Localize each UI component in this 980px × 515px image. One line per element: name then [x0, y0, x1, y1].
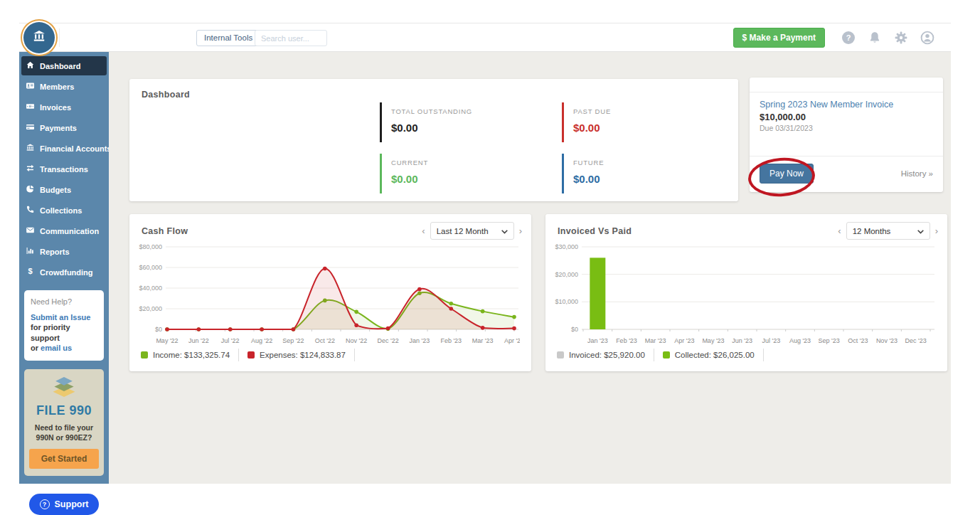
sidebar-item-financial-accounts[interactable]: Financial Accounts	[21, 139, 107, 158]
page-title: Dashboard	[129, 79, 738, 100]
history-link[interactable]: History »	[901, 169, 933, 178]
invoice-title-link[interactable]: Spring 2023 New Member Invoice	[760, 100, 933, 110]
legend-label: Expenses: $124,833.87	[260, 351, 346, 359]
stat-value: $0.00	[391, 173, 562, 185]
sidebar-item-crowdfunding[interactable]: $ Crowdfunding	[21, 262, 107, 282]
invoices-icon: $	[26, 102, 35, 112]
legend-item[interactable]: Collected: $26,025.00	[663, 349, 764, 361]
make-a-payment-button[interactable]: $ Make a Payment	[733, 28, 825, 48]
sidebar-item-label: Crowdfunding	[40, 268, 93, 277]
sidebar-item-invoices[interactable]: $ Invoices	[21, 97, 107, 117]
email-us-link[interactable]: email us	[41, 344, 72, 352]
invoice-card-footer: Pay Now History »	[750, 156, 943, 192]
sidebar-item-members[interactable]: Members	[21, 77, 107, 96]
prev-period-arrow[interactable]: ‹	[422, 226, 425, 235]
file-990-card: FILE 990 Need to file your 990N or 990EZ…	[24, 369, 104, 476]
cash-flow-range-select[interactable]: Last 12 Month	[430, 222, 514, 240]
sidebar-item-label: Financial Accounts	[40, 144, 111, 153]
svg-text:Mar '23: Mar '23	[472, 337, 494, 344]
profile-icon[interactable]	[920, 31, 934, 45]
sidebar-item-label: Reports	[40, 248, 70, 256]
support-button-label: Support	[55, 499, 89, 509]
stat-value: $0.00	[391, 122, 562, 134]
invoiced-vs-paid-legend: Invoiced: $25,920.00Collected: $26,025.0…	[545, 348, 947, 361]
svg-text:$60,000: $60,000	[139, 264, 162, 271]
svg-text:$80,000: $80,000	[139, 243, 162, 250]
invoiced-vs-paid-header: Invoiced Vs Paid ‹ 12 Months ›	[545, 214, 947, 240]
svg-text:$: $	[30, 105, 31, 108]
cash-flow-header: Cash Flow ‹ Last 12 Month ›	[129, 214, 531, 240]
legend-item[interactable]: Income: $133,325.74	[141, 349, 239, 361]
phone-icon	[26, 205, 35, 216]
sidebar-item-reports[interactable]: Reports	[21, 242, 107, 261]
sidebar-item-label: Transactions	[40, 165, 88, 174]
svg-text:$0: $0	[155, 326, 162, 333]
pay-now-button[interactable]: Pay Now	[760, 164, 814, 184]
reports-icon	[26, 246, 35, 257]
legend-item[interactable]: Expenses: $124,833.87	[247, 349, 355, 361]
settings-icon[interactable]	[894, 31, 908, 45]
search-user-input[interactable]	[255, 30, 327, 46]
sidebar-item-collections[interactable]: Collections	[21, 201, 107, 220]
svg-text:Aug '23: Aug '23	[789, 337, 811, 344]
svg-text:Jun '23: Jun '23	[732, 337, 752, 344]
sidebar-item-communication[interactable]: Communication	[21, 221, 107, 240]
home-icon	[26, 60, 35, 71]
app-logo[interactable]	[23, 22, 55, 53]
svg-text:$20,000: $20,000	[139, 305, 162, 312]
sidebar-item-budgets[interactable]: Budgets	[21, 180, 107, 199]
sidebar-item-label: Dashboard	[40, 62, 80, 70]
topbar-actions: $ Make a Payment ?	[733, 23, 934, 52]
file-990-title: FILE 990	[29, 403, 99, 418]
invoice-card-body: Spring 2023 New Member Invoice $10,000.0…	[750, 92, 943, 139]
svg-text:Oct '22: Oct '22	[315, 337, 335, 344]
sidebar: Dashboard Members $ Invoices Payments Fi…	[19, 52, 109, 484]
or-text: or	[31, 344, 41, 352]
legend-item[interactable]: Invoiced: $25,920.00	[557, 349, 654, 361]
svg-text:Sep '22: Sep '22	[282, 337, 304, 344]
stat-current: CURRENT $0.00	[380, 154, 562, 193]
stat-total-outstanding: TOTAL OUTSTANDING $0.00	[380, 102, 562, 142]
get-started-button[interactable]: Get Started	[29, 449, 99, 469]
support-button[interactable]: ? Support	[29, 494, 100, 515]
sidebar-item-label: Collections	[40, 206, 82, 215]
range-select-value: Last 12 Month	[437, 227, 489, 235]
dollar-icon: $	[26, 267, 35, 277]
priority-support-text: for priority support	[31, 322, 97, 343]
sidebar-item-payments[interactable]: Payments	[21, 118, 107, 137]
svg-text:Oct '23: Oct '23	[848, 337, 868, 344]
invoiced-range-select[interactable]: 12 Months	[846, 222, 930, 240]
stat-past-due: PAST DUE $0.00	[562, 102, 744, 142]
sidebar-item-label: Communication	[40, 227, 99, 235]
stat-future: FUTURE $0.00	[562, 154, 744, 193]
svg-text:Nov '23: Nov '23	[876, 337, 898, 344]
sidebar-item-transactions[interactable]: Transactions	[21, 159, 107, 179]
svg-text:Apr '23: Apr '23	[504, 337, 520, 344]
sidebar-item-label: Members	[40, 83, 74, 91]
svg-text:Feb '23: Feb '23	[440, 337, 462, 344]
legend-swatch	[247, 351, 255, 359]
svg-text:$30,000: $30,000	[555, 243, 578, 250]
svg-text:May '23: May '23	[702, 337, 724, 344]
svg-text:Jun '22: Jun '22	[188, 337, 209, 344]
submit-issue-link[interactable]: Submit an Issue	[31, 313, 90, 322]
need-help-card: Need Help? Submit an Issue for priority …	[24, 290, 104, 361]
sidebar-item-dashboard[interactable]: Dashboard	[21, 56, 107, 75]
svg-text:Dec '23: Dec '23	[905, 337, 927, 344]
svg-text:Jan '23: Jan '23	[410, 337, 430, 344]
bank-logo-icon	[31, 28, 48, 48]
invoiced-vs-paid-chart: $30,000$20,000$10,000$0Jan '23Feb '23Mar…	[552, 241, 936, 348]
prev-period-arrow[interactable]: ‹	[838, 226, 841, 235]
invoiced-vs-paid-card: Invoiced Vs Paid ‹ 12 Months › $30,000$2…	[545, 214, 947, 371]
notifications-icon[interactable]	[868, 31, 882, 45]
next-period-arrow[interactable]: ›	[935, 226, 938, 235]
app-window: Internal Tools > $ Make a Payment ?	[19, 23, 951, 484]
stat-label: CURRENT	[391, 159, 562, 166]
chevron-down-icon	[501, 227, 508, 235]
svg-text:Dec '22: Dec '22	[377, 337, 398, 344]
next-period-arrow[interactable]: ›	[519, 226, 522, 235]
transactions-icon	[26, 164, 35, 174]
cash-flow-legend: Income: $133,325.74Expenses: $124,833.87	[129, 348, 531, 361]
help-icon[interactable]: ?	[841, 31, 856, 45]
invoiced-vs-paid-title: Invoiced Vs Paid	[558, 226, 632, 236]
